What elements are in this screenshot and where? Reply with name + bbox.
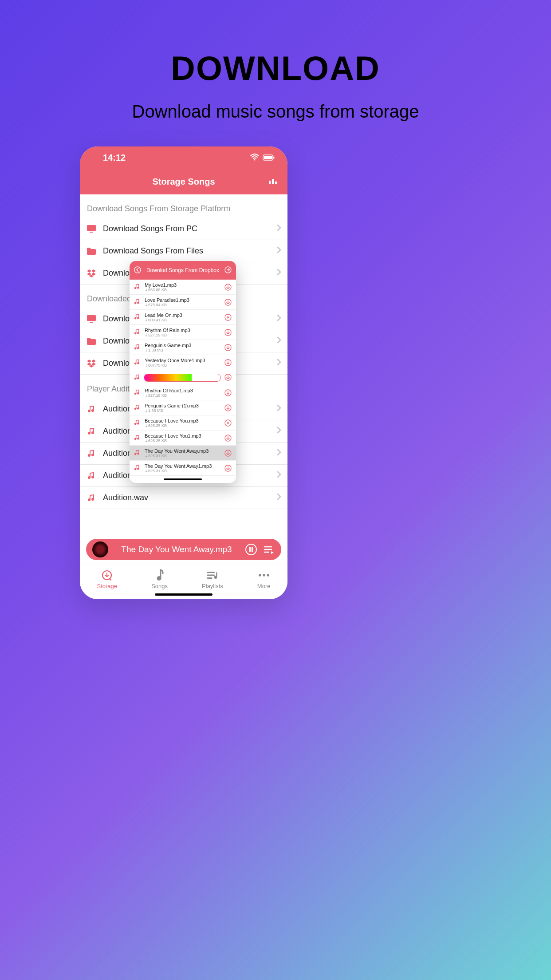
pc-icon: [86, 224, 97, 234]
svg-point-11: [88, 410, 91, 412]
dropbox-file-row[interactable]: Because I Love You1.mp3⇣625.25 KB: [130, 431, 236, 446]
download-button[interactable]: [224, 329, 232, 336]
tab-songs[interactable]: Songs: [151, 569, 168, 589]
svg-point-69: [137, 438, 139, 440]
queue-button[interactable]: [263, 543, 275, 556]
download-icon[interactable]: [224, 374, 232, 382]
music-icon: [134, 314, 141, 321]
status-bar: 14:12: [80, 146, 287, 169]
file-size: ⇣527.19 KB: [145, 393, 221, 398]
play-button[interactable]: [224, 314, 232, 321]
svg-point-16: [91, 454, 94, 456]
row-label: Download Songs From PC: [103, 224, 277, 233]
dropbox-file-row[interactable]: Rhythm Of Rain.mp3⇣527.19 KB: [130, 325, 236, 340]
dropbox-file-row[interactable]: Penguin's Game.mp3⇣1.38 MB: [130, 340, 236, 355]
file-size: ⇣625.25 KB: [145, 423, 221, 428]
svg-point-66: [137, 423, 139, 425]
svg-point-35: [267, 574, 269, 577]
music-icon: [134, 374, 140, 381]
play-button[interactable]: [224, 419, 232, 427]
tab-playlists[interactable]: Playlists: [202, 569, 223, 589]
tabbar: StorageSongsPlaylistsMore: [80, 564, 287, 599]
svg-point-38: [134, 287, 137, 289]
music-icon: [134, 284, 141, 291]
svg-rect-10: [90, 322, 93, 323]
dropbox-file-row[interactable]: Penguin's Game (1).mp3⇣1.38 MB: [130, 400, 236, 415]
file-size: ⇣653.88 KB: [145, 288, 221, 292]
dropbox-file-row[interactable]: Lead Me On.mp3⇣600.41 KB: [130, 310, 236, 325]
dropbox-file-row[interactable]: Because I Love You.mp3⇣625.25 KB: [130, 415, 236, 431]
svg-point-72: [137, 453, 139, 455]
dropbox-file-row[interactable]: The Day You Went Away1.mp3⇣825.31 KB: [130, 461, 236, 476]
file-name: Love Paradise1.mp3: [145, 297, 221, 303]
svg-point-28: [157, 576, 161, 581]
nowplaying-title: The Day You Went Away.mp3: [114, 545, 240, 554]
svg-point-20: [91, 498, 94, 501]
section-header-platform: Download Songs From Storage Platform: [80, 194, 287, 218]
svg-point-59: [134, 392, 137, 395]
folder-icon: [86, 246, 97, 257]
svg-point-62: [134, 407, 137, 410]
folder-icon: [86, 336, 97, 347]
music-icon: [134, 404, 141, 411]
audition-file-row[interactable]: Audition.wav: [80, 487, 287, 509]
chevron-right-icon: [277, 314, 281, 324]
dropbox-file-row[interactable]: My Love1.mp3⇣653.88 KB: [130, 280, 236, 295]
download-button[interactable]: [224, 404, 232, 411]
storage-tab-icon: [101, 569, 113, 581]
download-button[interactable]: [224, 389, 232, 396]
wifi-icon: [250, 153, 259, 163]
tab-more[interactable]: More: [257, 569, 271, 589]
download-button[interactable]: [224, 359, 232, 366]
music-icon: [134, 344, 141, 351]
svg-point-36: [134, 267, 141, 273]
file-name: Because I Love You.mp3: [145, 418, 221, 423]
overlay-dropbox-screen: Downlod Songs From Dropbox My Love1.mp3⇣…: [130, 261, 236, 483]
chevron-right-icon: [277, 427, 281, 436]
chevron-right-icon: [277, 493, 281, 502]
download-button[interactable]: [224, 465, 232, 472]
pause-button[interactable]: [245, 543, 257, 556]
tab-storage[interactable]: Storage: [97, 569, 118, 589]
file-size: ⇣825.31 KB: [145, 454, 221, 458]
file-size: ⇣687.75 KB: [145, 363, 221, 368]
overlay-navbar: Downlod Songs From Dropbox: [130, 261, 236, 280]
svg-point-74: [134, 468, 137, 470]
music-icon: [134, 329, 141, 336]
download-button[interactable]: [224, 450, 232, 457]
nowplaying-bar[interactable]: The Day You Went Away.mp3: [86, 539, 281, 560]
storage-source-row[interactable]: Download Songs From PC: [80, 218, 287, 240]
logout-button[interactable]: [224, 266, 232, 275]
svg-point-45: [137, 317, 139, 319]
download-button[interactable]: [224, 299, 232, 306]
svg-point-19: [88, 498, 91, 501]
nav-more-icon[interactable]: [269, 177, 277, 186]
download-button[interactable]: [224, 344, 232, 351]
svg-point-14: [91, 431, 94, 434]
dropbox-file-row[interactable]: Love Paradise1.mp3⇣575.94 KB: [130, 295, 236, 310]
file-name: Penguin's Game.mp3: [145, 343, 221, 348]
svg-point-71: [134, 453, 137, 455]
svg-point-48: [137, 332, 139, 334]
download-button[interactable]: [224, 435, 232, 442]
file-size: ⇣527.19 KB: [145, 333, 221, 337]
chevron-right-icon: [277, 359, 281, 368]
status-time: 14:12: [103, 153, 126, 163]
svg-point-57: [137, 377, 139, 379]
file-name: Because I Love You1.mp3: [145, 433, 221, 439]
svg-point-39: [137, 287, 139, 289]
download-button[interactable]: [224, 284, 232, 291]
navbar: Storage Songs: [80, 169, 287, 194]
music-icon: [86, 404, 97, 415]
file-name: The Day You Went Away.mp3: [145, 448, 221, 454]
back-button[interactable]: [134, 266, 141, 275]
svg-point-60: [137, 392, 139, 395]
file-name: Rhythm Of Rain1.mp3: [145, 388, 221, 393]
file-size: ⇣1.38 MB: [145, 348, 221, 352]
svg-rect-4: [269, 181, 271, 184]
dropbox-file-row[interactable]: Yesterday Once More1.mp3⇣687.75 KB: [130, 355, 236, 370]
storage-source-row[interactable]: Download Songs From Files: [80, 240, 287, 262]
file-name: Lead Me On.mp3: [145, 312, 221, 318]
dropbox-file-row[interactable]: Rhythm Of Rain1.mp3⇣527.19 KB: [130, 385, 236, 400]
dropbox-file-row[interactable]: The Day You Went Away.mp3⇣825.31 KB: [130, 446, 236, 461]
